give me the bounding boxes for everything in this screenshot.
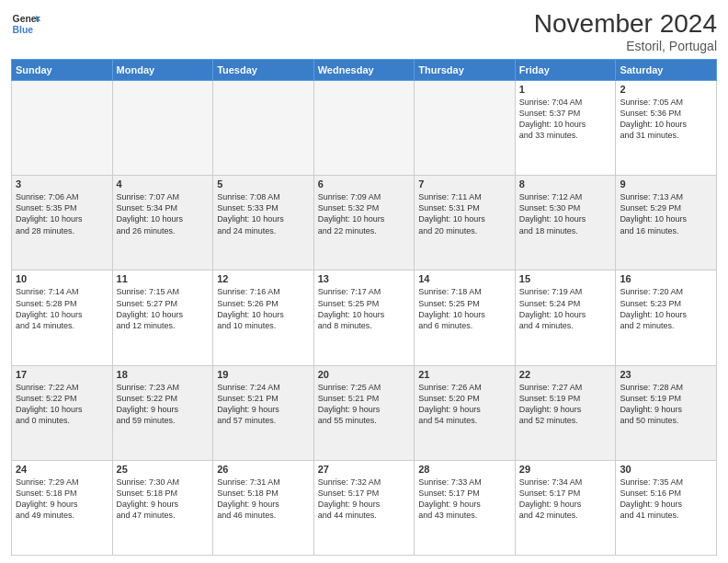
weekday-header-thursday: Thursday — [415, 60, 516, 81]
day-number: 6 — [318, 178, 411, 190]
day-number: 19 — [217, 369, 310, 380]
calendar-cell: 6Sunrise: 7:09 AM Sunset: 5:32 PM Daylig… — [313, 176, 415, 270]
svg-text:Blue: Blue — [13, 25, 34, 35]
calendar-cell: 3Sunrise: 7:06 AM Sunset: 5:35 PM Daylig… — [12, 176, 113, 270]
day-number: 4 — [117, 178, 210, 190]
day-number: 21 — [418, 369, 511, 380]
calendar-cell: 1Sunrise: 7:04 AM Sunset: 5:37 PM Daylig… — [515, 81, 616, 176]
day-number: 23 — [620, 369, 712, 380]
day-info: Sunrise: 7:33 AM Sunset: 5:17 PM Dayligh… — [418, 477, 511, 522]
day-info: Sunrise: 7:30 AM Sunset: 5:18 PM Dayligh… — [117, 477, 210, 522]
calendar-cell: 10Sunrise: 7:14 AM Sunset: 5:28 PM Dayli… — [12, 270, 113, 365]
calendar-cell: 18Sunrise: 7:23 AM Sunset: 5:22 PM Dayli… — [112, 365, 213, 460]
day-number: 30 — [620, 464, 712, 475]
day-info: Sunrise: 7:13 AM Sunset: 5:29 PM Dayligh… — [620, 191, 712, 236]
calendar-cell — [313, 81, 415, 176]
day-info: Sunrise: 7:14 AM Sunset: 5:28 PM Dayligh… — [16, 286, 108, 331]
calendar-cell: 23Sunrise: 7:28 AM Sunset: 5:19 PM Dayli… — [616, 365, 717, 460]
day-info: Sunrise: 7:19 AM Sunset: 5:24 PM Dayligh… — [519, 286, 612, 331]
month-title: November 2024 — [534, 9, 717, 39]
week-row-5: 24Sunrise: 7:29 AM Sunset: 5:18 PM Dayli… — [12, 460, 717, 555]
day-number: 18 — [117, 369, 210, 380]
day-number: 7 — [418, 178, 511, 190]
calendar-cell: 2Sunrise: 7:05 AM Sunset: 5:36 PM Daylig… — [616, 81, 717, 176]
day-number: 15 — [519, 273, 612, 284]
calendar-cell — [415, 81, 516, 176]
day-info: Sunrise: 7:07 AM Sunset: 5:34 PM Dayligh… — [117, 191, 210, 236]
day-info: Sunrise: 7:27 AM Sunset: 5:19 PM Dayligh… — [519, 382, 612, 427]
day-info: Sunrise: 7:11 AM Sunset: 5:31 PM Dayligh… — [418, 191, 511, 236]
day-info: Sunrise: 7:06 AM Sunset: 5:35 PM Dayligh… — [16, 191, 108, 236]
day-info: Sunrise: 7:28 AM Sunset: 5:19 PM Dayligh… — [620, 382, 712, 427]
weekday-header-row: SundayMondayTuesdayWednesdayThursdayFrid… — [12, 60, 717, 81]
calendar-cell: 16Sunrise: 7:20 AM Sunset: 5:23 PM Dayli… — [616, 270, 717, 365]
logo-icon: General Blue — [11, 9, 40, 39]
weekday-header-tuesday: Tuesday — [213, 60, 314, 81]
day-number: 28 — [418, 464, 511, 475]
day-number: 10 — [16, 273, 108, 284]
day-info: Sunrise: 7:04 AM Sunset: 5:37 PM Dayligh… — [519, 97, 612, 142]
calendar-cell — [213, 81, 314, 176]
calendar-cell — [112, 81, 213, 176]
calendar-cell: 24Sunrise: 7:29 AM Sunset: 5:18 PM Dayli… — [12, 460, 113, 555]
calendar-cell: 28Sunrise: 7:33 AM Sunset: 5:17 PM Dayli… — [415, 460, 516, 555]
calendar-cell: 12Sunrise: 7:16 AM Sunset: 5:26 PM Dayli… — [213, 270, 314, 365]
day-number: 11 — [117, 273, 210, 284]
day-info: Sunrise: 7:23 AM Sunset: 5:22 PM Dayligh… — [117, 382, 210, 427]
day-info: Sunrise: 7:15 AM Sunset: 5:27 PM Dayligh… — [117, 286, 210, 331]
day-info: Sunrise: 7:16 AM Sunset: 5:26 PM Dayligh… — [217, 286, 310, 331]
calendar-table: SundayMondayTuesdayWednesdayThursdayFrid… — [11, 59, 717, 556]
calendar-cell: 19Sunrise: 7:24 AM Sunset: 5:21 PM Dayli… — [213, 365, 314, 460]
day-info: Sunrise: 7:31 AM Sunset: 5:18 PM Dayligh… — [217, 477, 310, 522]
day-info: Sunrise: 7:18 AM Sunset: 5:25 PM Dayligh… — [418, 286, 511, 331]
day-info: Sunrise: 7:24 AM Sunset: 5:21 PM Dayligh… — [217, 382, 310, 427]
day-number: 27 — [318, 464, 411, 475]
day-info: Sunrise: 7:05 AM Sunset: 5:36 PM Dayligh… — [620, 97, 712, 142]
day-number: 12 — [217, 273, 310, 284]
day-number: 13 — [318, 273, 411, 284]
header: General Blue November 2024 Estoril, Port… — [11, 9, 717, 53]
day-number: 1 — [519, 84, 612, 95]
day-info: Sunrise: 7:35 AM Sunset: 5:16 PM Dayligh… — [620, 477, 712, 522]
day-number: 22 — [519, 369, 612, 380]
day-info: Sunrise: 7:22 AM Sunset: 5:22 PM Dayligh… — [16, 382, 108, 427]
day-number: 25 — [117, 464, 210, 475]
calendar-cell: 14Sunrise: 7:18 AM Sunset: 5:25 PM Dayli… — [415, 270, 516, 365]
weekday-header-friday: Friday — [515, 60, 616, 81]
day-number: 2 — [620, 84, 712, 95]
calendar-cell: 21Sunrise: 7:26 AM Sunset: 5:20 PM Dayli… — [415, 365, 516, 460]
calendar-cell: 5Sunrise: 7:08 AM Sunset: 5:33 PM Daylig… — [213, 176, 314, 270]
calendar-cell: 4Sunrise: 7:07 AM Sunset: 5:34 PM Daylig… — [112, 176, 213, 270]
calendar-cell: 25Sunrise: 7:30 AM Sunset: 5:18 PM Dayli… — [112, 460, 213, 555]
logo: General Blue — [11, 9, 40, 39]
day-number: 26 — [217, 464, 310, 475]
day-info: Sunrise: 7:12 AM Sunset: 5:30 PM Dayligh… — [519, 191, 612, 236]
calendar-cell: 26Sunrise: 7:31 AM Sunset: 5:18 PM Dayli… — [213, 460, 314, 555]
calendar-cell: 17Sunrise: 7:22 AM Sunset: 5:22 PM Dayli… — [12, 365, 113, 460]
day-info: Sunrise: 7:20 AM Sunset: 5:23 PM Dayligh… — [620, 286, 712, 331]
calendar-cell: 13Sunrise: 7:17 AM Sunset: 5:25 PM Dayli… — [313, 270, 415, 365]
weekday-header-saturday: Saturday — [616, 60, 717, 81]
day-number: 5 — [217, 178, 310, 190]
calendar-cell: 22Sunrise: 7:27 AM Sunset: 5:19 PM Dayli… — [515, 365, 616, 460]
week-row-2: 3Sunrise: 7:06 AM Sunset: 5:35 PM Daylig… — [12, 176, 717, 270]
calendar-cell: 7Sunrise: 7:11 AM Sunset: 5:31 PM Daylig… — [415, 176, 516, 270]
day-number: 3 — [16, 178, 108, 190]
day-info: Sunrise: 7:09 AM Sunset: 5:32 PM Dayligh… — [318, 191, 411, 236]
day-number: 17 — [16, 369, 108, 380]
calendar-cell: 8Sunrise: 7:12 AM Sunset: 5:30 PM Daylig… — [515, 176, 616, 270]
day-number: 9 — [620, 178, 712, 190]
weekday-header-sunday: Sunday — [12, 60, 113, 81]
location: Estoril, Portugal — [534, 39, 717, 53]
calendar-cell: 11Sunrise: 7:15 AM Sunset: 5:27 PM Dayli… — [112, 270, 213, 365]
day-info: Sunrise: 7:25 AM Sunset: 5:21 PM Dayligh… — [318, 382, 411, 427]
calendar-cell: 15Sunrise: 7:19 AM Sunset: 5:24 PM Dayli… — [515, 270, 616, 365]
calendar-cell: 27Sunrise: 7:32 AM Sunset: 5:17 PM Dayli… — [313, 460, 415, 555]
day-number: 29 — [519, 464, 612, 475]
calendar-cell — [12, 81, 113, 176]
day-number: 16 — [620, 273, 712, 284]
day-info: Sunrise: 7:08 AM Sunset: 5:33 PM Dayligh… — [217, 191, 310, 236]
calendar-cell: 20Sunrise: 7:25 AM Sunset: 5:21 PM Dayli… — [313, 365, 415, 460]
day-info: Sunrise: 7:26 AM Sunset: 5:20 PM Dayligh… — [418, 382, 511, 427]
day-number: 14 — [418, 273, 511, 284]
